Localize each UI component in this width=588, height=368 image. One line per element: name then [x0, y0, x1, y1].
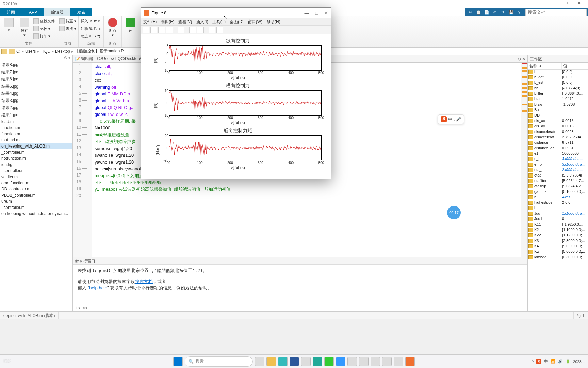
new-button[interactable]: ▾ — [2, 18, 16, 40]
indent-button[interactable]: 缩进 ⇤ ⇥ ⇆ — [81, 33, 101, 40]
file-item[interactable]: ure.m — [0, 198, 72, 204]
save-qa-icon[interactable]: 💾 — [507, 9, 515, 16]
comment-button[interactable]: 注释 % ‰ ⚹ — [81, 25, 101, 32]
figure-menu-item[interactable]: 查看(V) — [178, 18, 192, 25]
workspace-row[interactable]: b_est[0;0;0] — [528, 80, 588, 86]
compare-button[interactable]: 比较 ▾ — [33, 25, 55, 32]
crumb[interactable]: Desktop — [55, 49, 70, 54]
workspace-row[interactable]: K22[1.1200,0,0;... — [528, 233, 588, 239]
save-button[interactable]: 保存▾ — [18, 18, 31, 40]
panel-menu-icon[interactable]: ⊙ ▾ — [0, 55, 72, 61]
wifi-icon[interactable]: 📶 — [551, 359, 555, 364]
workspace-row[interactable]: K3[2.5000,0,0;... — [528, 239, 588, 244]
battery-icon[interactable]: 🔋 — [566, 359, 570, 364]
minimize-button[interactable]: — — [547, 1, 559, 7]
workspace-row[interactable]: e110000000 — [528, 151, 588, 157]
word-icon[interactable] — [290, 357, 299, 366]
print-fig-icon[interactable] — [166, 27, 173, 33]
file-item[interactable]: notfunction.m — [0, 155, 72, 162]
legend-icon[interactable] — [216, 27, 223, 33]
file-item[interactable]: on keeping without actuator dynam... — [0, 211, 72, 217]
system-tray[interactable]: ^ S 中 📶 🔊 🔋 2023... — [532, 359, 585, 364]
search-doc-input[interactable] — [525, 9, 587, 16]
explorer-icon[interactable] — [266, 357, 276, 366]
close-button[interactable]: ✕ — [573, 1, 585, 7]
figure-menu-item[interactable]: 文件(F) — [143, 18, 157, 25]
file-item[interactable]: function.m — [0, 131, 72, 137]
insert-button[interactable]: 插入 🖹 fx ▾ — [81, 18, 101, 25]
edge-icon[interactable] — [278, 357, 288, 366]
pointer-icon[interactable] — [209, 27, 215, 33]
editor-close-button[interactable]: ⊙ ✕ — [518, 57, 525, 61]
ime-lang[interactable]: 中 — [544, 359, 548, 364]
tab-plot[interactable]: 绘图 — [0, 8, 22, 16]
file-item[interactable]: 结果7.jpg — [0, 68, 72, 76]
figure-menu-item[interactable]: 桌面(D) — [230, 18, 244, 25]
app2-icon[interactable] — [347, 357, 357, 366]
undo-icon[interactable]: ↶ — [491, 9, 499, 16]
colorbar-icon[interactable] — [197, 27, 204, 33]
workspace-row[interactable]: btaw-1.5708 — [528, 102, 588, 108]
file-item[interactable]: 结果4.jpg — [0, 90, 72, 97]
workspace-row[interactable]: bfilter[-0.3664;0;... — [528, 91, 588, 97]
workspace-row[interactable]: etad[5;5;0.7854] — [528, 173, 588, 179]
goto-button[interactable]: 转至 ▾ — [59, 18, 76, 25]
file-item[interactable]: PLOB_controller.m — [0, 192, 72, 198]
fig-close-button[interactable]: ✕ — [324, 10, 328, 16]
file-item[interactable]: _controller.m — [0, 149, 72, 155]
workspace-row[interactable]: distance6.5711 — [528, 140, 588, 146]
file-item[interactable]: _controller.m — [0, 168, 72, 174]
status-script-tab[interactable]: eeping_with_ALOB.m (脚本) — [0, 312, 59, 319]
workspace-row[interactable]: etafilter[5.0264;4.7... — [528, 179, 588, 184]
file-item[interactable]: vefilter.m — [0, 174, 72, 180]
link-fig-icon[interactable] — [178, 27, 184, 33]
workspace-row[interactable]: eta_d2x999 dou... — [528, 168, 588, 173]
ime-overlay[interactable]: S中, 🎤 — [438, 114, 464, 124]
crumb[interactable]: TIQC — [40, 49, 50, 54]
start-button[interactable] — [173, 357, 183, 366]
tray-chevron-icon[interactable]: ^ — [532, 359, 534, 364]
workspace-row[interactable]: K11[-1.9250,0,... — [528, 222, 588, 228]
file-item[interactable]: 结果8.jpg — [0, 61, 72, 68]
workspace-row[interactable]: Juu10 — [528, 217, 588, 222]
workspace-row[interactable]: i — [528, 206, 588, 211]
figure-menu-item[interactable]: 帮助(H) — [266, 18, 280, 25]
find-button[interactable]: 查找 ▾ — [59, 25, 76, 32]
save-fig-icon[interactable] — [158, 27, 165, 33]
file-item[interactable]: 结果5.jpg — [0, 83, 72, 90]
workspace-row[interactable]: dis_ay0.0018 — [528, 124, 588, 129]
redo-icon[interactable]: ↷ — [499, 9, 507, 16]
figure-menu-item[interactable]: 窗口(W) — [248, 18, 262, 25]
workspace-row[interactable]: e_rb3x1000 dou... — [528, 162, 588, 168]
search-doc-link[interactable]: 搜索文档 — [135, 279, 153, 284]
command-window-body[interactable]: 未找到 legend('船舶测量北东位置','船舶低频北东位置',2)。 请使用… — [73, 265, 527, 304]
taskbar-search[interactable]: 🔍 搜索 — [185, 356, 253, 367]
app4-icon[interactable] — [394, 357, 403, 366]
app-icon[interactable] — [313, 357, 322, 366]
file-item[interactable]: function.m — [0, 125, 72, 131]
file-item[interactable]: 结果6.jpg — [0, 76, 72, 83]
figure-menu-item[interactable]: 编辑(E) — [161, 18, 174, 25]
help-icon[interactable]: ? — [515, 9, 523, 16]
workspace-row[interactable]: highestpos2;0;0... — [528, 200, 588, 206]
file-item[interactable]: 结果2.jpg — [0, 104, 72, 111]
workspace-row[interactable]: K2[1.1000,0,0;... — [528, 228, 588, 233]
volume-icon[interactable]: 🔊 — [558, 359, 563, 364]
command-prompt[interactable]: fx >> — [73, 304, 527, 311]
workspace-row[interactable]: DD — [528, 113, 588, 119]
matlab-taskbar-icon[interactable] — [405, 357, 415, 366]
workspace-row[interactable]: Juu1x1000 dou... — [528, 211, 588, 217]
new-fig-icon[interactable] — [143, 27, 149, 33]
file-item[interactable]: tput_ad.mat — [0, 137, 72, 143]
ime-tray-icon[interactable]: S — [536, 359, 541, 364]
file-item[interactable]: omotfunction.m — [0, 180, 72, 186]
copy-icon[interactable]: 📋 — [474, 9, 483, 16]
file-item[interactable]: 结果1.jpg — [0, 111, 72, 119]
workspace-row[interactable]: btac1.0472 — [528, 97, 588, 102]
ws-col-name[interactable]: 名称 ▲ — [528, 63, 562, 69]
tab-app[interactable]: APP — [22, 8, 44, 16]
workspace-row[interactable]: b[0;0;0] — [528, 70, 588, 75]
inspector-icon[interactable] — [189, 27, 196, 33]
run-button[interactable]: 运 — [124, 18, 137, 41]
workspace-row[interactable]: Kw[0.0600,0,0;... — [528, 249, 588, 255]
